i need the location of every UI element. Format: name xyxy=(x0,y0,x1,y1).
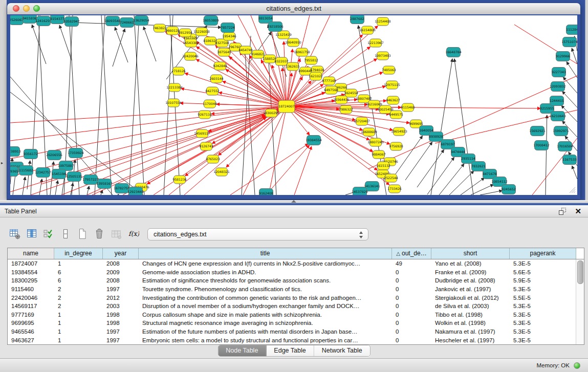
graph-node[interactable]: 8912954 xyxy=(178,29,192,37)
graph-node[interactable]: 19218506 xyxy=(267,22,284,32)
graph-node[interactable]: 8938928 xyxy=(429,132,443,142)
graph-node[interactable]: 9245652 xyxy=(502,185,516,194)
graph-node[interactable]: 7986322 xyxy=(339,105,353,114)
window-titlebar[interactable]: citations_edges.txt xyxy=(7,3,580,15)
table-settings-icon[interactable] xyxy=(8,228,21,241)
graph-node[interactable]: 12093832 xyxy=(550,82,566,92)
graph-node[interactable]: 7485063 xyxy=(382,66,396,74)
graph-node[interactable]: 9129966 xyxy=(556,52,570,61)
table-row[interactable]: 977716911998Corpus callosum shape and si… xyxy=(8,311,576,319)
graph-node[interactable]: 13958167 xyxy=(96,179,113,189)
graph-node[interactable]: 1621022 xyxy=(309,72,323,80)
deselect-rows-icon[interactable] xyxy=(59,228,72,241)
graph-node[interactable]: 19654923 xyxy=(391,127,407,136)
float-panel-icon[interactable] xyxy=(558,207,567,215)
graph-node[interactable]: 1115682 xyxy=(19,166,33,176)
graph-node[interactable]: 16053809 xyxy=(203,16,219,26)
graph-node[interactable]: 1545194 xyxy=(52,169,66,179)
graph-node[interactable]: 16154808 xyxy=(359,26,376,34)
graph-node[interactable]: 18640910 xyxy=(285,38,301,47)
graph-node[interactable]: 1615132 xyxy=(376,162,390,170)
create-column-icon[interactable] xyxy=(76,228,89,241)
graph-node[interactable]: 20206556 xyxy=(46,150,62,160)
table-row[interactable]: 1830029562008Estimation of significance … xyxy=(8,276,576,285)
graph-node[interactable]: 7463822 xyxy=(153,24,167,32)
table-row[interactable]: 946554611997Estimation of the future num… xyxy=(8,327,576,336)
column-header-pagerank[interactable]: pagerank xyxy=(510,248,576,259)
graph-node[interactable]: 12416259 xyxy=(35,16,52,26)
graph-node[interactable]: 7248661 xyxy=(120,18,134,28)
graph-node[interactable]: 13629054 xyxy=(133,16,149,26)
graph-node[interactable]: 1167533 xyxy=(562,155,577,165)
graph-node[interactable]: 12505135 xyxy=(66,172,82,182)
graph-node[interactable]: 15751074 xyxy=(561,37,577,47)
table-row[interactable]: 1872400712008Changes of HCN gene express… xyxy=(8,259,576,268)
graph-node[interactable]: 16210643 xyxy=(550,112,566,121)
graph-node[interactable]: 15226058 xyxy=(193,28,210,36)
graph-node[interactable]: 9227343 xyxy=(552,68,566,77)
graph-node[interactable]: 9777169 xyxy=(322,77,336,85)
graph-node[interactable]: 9581236 xyxy=(172,176,187,184)
tab-network-table[interactable]: Network Table xyxy=(314,345,370,356)
graph-node[interactable]: 9115460 xyxy=(401,103,415,112)
graph-node[interactable]: 11325419 xyxy=(275,31,292,39)
zoom-window-button[interactable] xyxy=(33,5,40,12)
scrollbar-thumb[interactable] xyxy=(577,260,583,284)
graph-node[interactable]: 18724007 xyxy=(278,100,295,113)
graph-node[interactable]: 10688609 xyxy=(361,128,377,136)
tab-edge-table[interactable]: Edge Table xyxy=(266,345,314,356)
table-row[interactable]: 2242004622012Investigating the contribut… xyxy=(8,293,576,302)
graph-node[interactable]: 9884067 xyxy=(372,150,386,159)
graph-node[interactable]: 8427552 xyxy=(205,87,220,95)
graph-node[interactable]: 9415836 xyxy=(23,15,37,24)
graph-node[interactable]: 1112843 xyxy=(566,25,577,35)
graph-node[interactable]: 17008412 xyxy=(533,141,550,150)
graph-node[interactable]: 22420046 xyxy=(182,52,199,60)
graph-node[interactable]: 8154377 xyxy=(50,15,64,24)
graph-node[interactable]: 9356172 xyxy=(24,149,38,159)
graph-node[interactable]: 17359924 xyxy=(68,148,84,158)
graph-node[interactable]: 9126743 xyxy=(199,142,213,150)
table-scrollbar[interactable] xyxy=(576,259,584,344)
graph-node[interactable]: 1244415 xyxy=(550,96,564,106)
graph-node[interactable]: 9756928 xyxy=(389,142,403,150)
graph-node[interactable]: 1362615 xyxy=(286,62,300,71)
graph-node[interactable]: 20364436 xyxy=(333,96,350,104)
column-header-in_degree[interactable]: in_degree xyxy=(54,248,103,259)
graph-node[interactable]: 16093548 xyxy=(104,16,121,26)
table-row[interactable]: 969969511998Structural magnetic resonanc… xyxy=(8,319,576,327)
graph-node[interactable]: 1954346 xyxy=(222,32,236,40)
table-row[interactable]: 911546021997Tourette syndrome. Phenomeno… xyxy=(8,285,576,294)
table-row[interactable]: 1456911722003Disruption of a novel membe… xyxy=(8,302,576,311)
graph-node[interactable]: 16648784 xyxy=(445,48,462,57)
graph-node[interactable]: 19384554 xyxy=(306,136,322,145)
graph-node[interactable]: 9267110 xyxy=(198,111,212,119)
graph-node[interactable]: 7857224 xyxy=(221,23,235,33)
window-resize-grip[interactable] xyxy=(569,186,576,193)
graph-node[interactable]: 15692921 xyxy=(529,126,546,136)
graph-node[interactable]: 12213967 xyxy=(367,39,384,47)
graph-node[interactable]: 1733426 xyxy=(387,185,402,193)
graph-node[interactable]: 16961758 xyxy=(294,48,310,56)
graph-node[interactable]: 7955812 xyxy=(304,56,318,64)
graph-node[interactable]: 15238913 xyxy=(10,147,21,157)
graph-node[interactable]: 10107554 xyxy=(165,99,182,107)
graph-node[interactable]: 1170044 xyxy=(203,100,217,108)
graph-node[interactable]: 15992971 xyxy=(553,126,569,136)
close-window-button[interactable] xyxy=(13,5,19,12)
graph-node[interactable]: 12975115 xyxy=(384,81,400,89)
graph-node[interactable]: 16543382 xyxy=(183,39,199,47)
network-canvas[interactable]: 1872400715226058932750981863289327508195… xyxy=(10,15,577,195)
graph-node[interactable]: 6497568 xyxy=(324,86,338,94)
graph-node[interactable]: 8765023 xyxy=(206,155,220,163)
network-table-select[interactable]: citations_edges.txt xyxy=(147,228,368,240)
graph-node[interactable]: 2522544 xyxy=(384,174,398,182)
graph-node[interactable]: 2887682 xyxy=(350,15,364,24)
table-row[interactable]: 946362711997Embryonic stem cells: a mode… xyxy=(8,336,576,344)
graph-node[interactable]: 11254408 xyxy=(375,17,391,26)
graph-node[interactable]: 2526063 xyxy=(10,15,24,25)
graph-node[interactable]: 14537829 xyxy=(352,187,368,195)
graph-node[interactable]: 17016504 xyxy=(557,142,573,151)
graph-node[interactable]: 10582947 xyxy=(63,17,80,27)
select-all-rows-icon[interactable] xyxy=(42,228,55,241)
